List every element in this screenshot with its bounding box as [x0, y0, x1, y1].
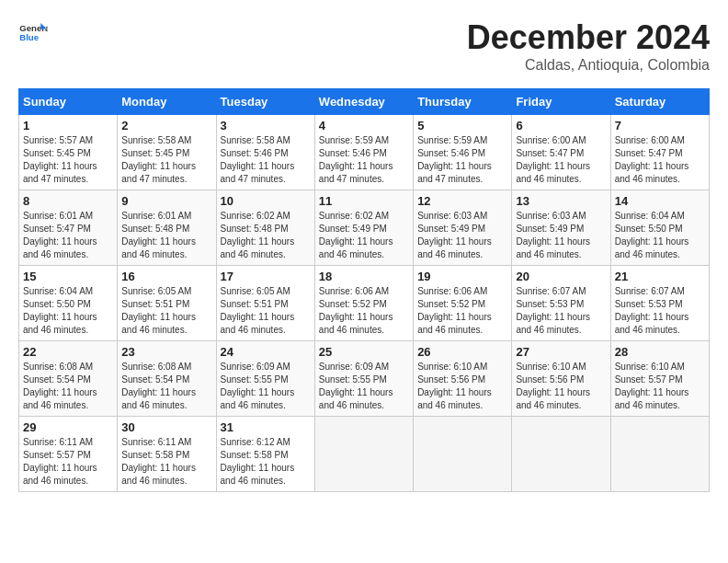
header-tuesday: Tuesday	[216, 89, 314, 115]
calendar-cell: 23Sunrise: 6:08 AM Sunset: 5:54 PM Dayli…	[118, 341, 216, 417]
day-info: Sunrise: 6:08 AM Sunset: 5:54 PM Dayligh…	[23, 361, 113, 412]
calendar-cell: 3Sunrise: 5:58 AM Sunset: 5:46 PM Daylig…	[216, 115, 314, 190]
day-info: Sunrise: 6:05 AM Sunset: 5:51 PM Dayligh…	[121, 285, 211, 337]
calendar-cell: 6Sunrise: 6:00 AM Sunset: 5:47 PM Daylig…	[512, 115, 610, 190]
header-monday: Monday	[118, 89, 216, 115]
day-number: 12	[417, 194, 507, 208]
calendar-cell: 5Sunrise: 5:59 AM Sunset: 5:46 PM Daylig…	[414, 115, 512, 190]
day-info: Sunrise: 6:00 AM Sunset: 5:47 PM Dayligh…	[615, 134, 705, 186]
calendar-cell: 27Sunrise: 6:10 AM Sunset: 5:56 PM Dayli…	[512, 341, 610, 417]
calendar-cell: 22Sunrise: 6:08 AM Sunset: 5:54 PM Dayli…	[19, 341, 118, 417]
calendar-cell: 26Sunrise: 6:10 AM Sunset: 5:56 PM Dayli…	[414, 341, 512, 417]
calendar-cell: 9Sunrise: 6:01 AM Sunset: 5:48 PM Daylig…	[118, 190, 216, 266]
day-info: Sunrise: 6:10 AM Sunset: 5:56 PM Dayligh…	[516, 361, 606, 412]
day-info: Sunrise: 6:11 AM Sunset: 5:57 PM Dayligh…	[23, 436, 113, 488]
day-info: Sunrise: 6:02 AM Sunset: 5:49 PM Dayligh…	[319, 210, 409, 261]
day-info: Sunrise: 6:06 AM Sunset: 5:52 PM Dayligh…	[319, 285, 409, 337]
day-info: Sunrise: 5:59 AM Sunset: 5:46 PM Dayligh…	[417, 134, 507, 186]
day-number: 26	[417, 345, 507, 359]
day-number: 20	[516, 270, 606, 283]
calendar-cell	[314, 417, 413, 492]
calendar-cell: 30Sunrise: 6:11 AM Sunset: 5:58 PM Dayli…	[118, 417, 216, 492]
calendar-cell: 31Sunrise: 6:12 AM Sunset: 5:58 PM Dayli…	[216, 417, 314, 492]
calendar-body: 1Sunrise: 5:57 AM Sunset: 5:45 PM Daylig…	[19, 115, 710, 492]
day-number: 8	[23, 194, 113, 208]
day-number: 24	[221, 345, 311, 359]
page-header: General Blue December 2024 Caldas, Antio…	[18, 18, 710, 74]
calendar-cell: 11Sunrise: 6:02 AM Sunset: 5:49 PM Dayli…	[314, 190, 413, 266]
day-info: Sunrise: 6:05 AM Sunset: 5:51 PM Dayligh…	[221, 285, 311, 337]
table-row: 1Sunrise: 5:57 AM Sunset: 5:45 PM Daylig…	[19, 115, 710, 190]
header-thursday: Thursday	[414, 89, 512, 115]
calendar-cell: 15Sunrise: 6:04 AM Sunset: 5:50 PM Dayli…	[19, 266, 118, 341]
calendar-cell: 13Sunrise: 6:03 AM Sunset: 5:49 PM Dayli…	[512, 190, 610, 266]
day-info: Sunrise: 6:07 AM Sunset: 5:53 PM Dayligh…	[615, 285, 705, 337]
day-info: Sunrise: 6:03 AM Sunset: 5:49 PM Dayligh…	[516, 210, 606, 261]
calendar-cell: 17Sunrise: 6:05 AM Sunset: 5:51 PM Dayli…	[216, 266, 314, 341]
day-info: Sunrise: 5:57 AM Sunset: 5:45 PM Dayligh…	[23, 134, 113, 186]
day-number: 9	[121, 194, 211, 208]
day-number: 5	[417, 119, 507, 132]
header-friday: Friday	[512, 89, 610, 115]
calendar-cell: 20Sunrise: 6:07 AM Sunset: 5:53 PM Dayli…	[512, 266, 610, 341]
day-info: Sunrise: 5:58 AM Sunset: 5:45 PM Dayligh…	[121, 134, 211, 186]
calendar-cell: 19Sunrise: 6:06 AM Sunset: 5:52 PM Dayli…	[414, 266, 512, 341]
calendar-cell: 29Sunrise: 6:11 AM Sunset: 5:57 PM Dayli…	[19, 417, 118, 492]
day-info: Sunrise: 6:02 AM Sunset: 5:48 PM Dayligh…	[221, 210, 311, 261]
day-number: 6	[516, 119, 606, 132]
svg-text:Blue: Blue	[19, 32, 39, 42]
day-number: 22	[23, 345, 113, 359]
day-number: 29	[23, 420, 113, 434]
day-number: 3	[221, 119, 311, 132]
logo: General Blue	[18, 18, 48, 48]
day-number: 16	[121, 270, 211, 283]
day-number: 4	[319, 119, 409, 132]
day-number: 10	[221, 194, 311, 208]
day-number: 17	[221, 270, 311, 283]
day-number: 25	[319, 345, 409, 359]
calendar-cell: 10Sunrise: 6:02 AM Sunset: 5:48 PM Dayli…	[216, 190, 314, 266]
day-number: 21	[615, 270, 705, 283]
calendar-cell: 7Sunrise: 6:00 AM Sunset: 5:47 PM Daylig…	[610, 115, 709, 190]
day-info: Sunrise: 5:59 AM Sunset: 5:46 PM Dayligh…	[319, 134, 409, 186]
title-area: December 2024 Caldas, Antioquia, Colombi…	[467, 18, 710, 74]
calendar-cell: 25Sunrise: 6:09 AM Sunset: 5:55 PM Dayli…	[314, 341, 413, 417]
calendar-table: Sunday Monday Tuesday Wednesday Thursday…	[18, 88, 710, 492]
day-info: Sunrise: 6:01 AM Sunset: 5:47 PM Dayligh…	[23, 210, 113, 261]
calendar-cell	[512, 417, 610, 492]
day-info: Sunrise: 6:09 AM Sunset: 5:55 PM Dayligh…	[319, 361, 409, 412]
day-info: Sunrise: 6:06 AM Sunset: 5:52 PM Dayligh…	[417, 285, 507, 337]
day-info: Sunrise: 6:00 AM Sunset: 5:47 PM Dayligh…	[516, 134, 606, 186]
calendar-cell: 14Sunrise: 6:04 AM Sunset: 5:50 PM Dayli…	[610, 190, 709, 266]
day-number: 23	[121, 345, 211, 359]
day-number: 31	[221, 420, 311, 434]
day-number: 27	[516, 345, 606, 359]
day-number: 14	[615, 194, 705, 208]
header-wednesday: Wednesday	[314, 89, 413, 115]
day-number: 1	[23, 119, 113, 132]
calendar-cell: 4Sunrise: 5:59 AM Sunset: 5:46 PM Daylig…	[314, 115, 413, 190]
calendar-cell	[610, 417, 709, 492]
day-info: Sunrise: 6:04 AM Sunset: 5:50 PM Dayligh…	[23, 285, 113, 337]
day-number: 7	[615, 119, 705, 132]
calendar-cell: 24Sunrise: 6:09 AM Sunset: 5:55 PM Dayli…	[216, 341, 314, 417]
day-info: Sunrise: 6:07 AM Sunset: 5:53 PM Dayligh…	[516, 285, 606, 337]
calendar-cell: 28Sunrise: 6:10 AM Sunset: 5:57 PM Dayli…	[610, 341, 709, 417]
table-row: 8Sunrise: 6:01 AM Sunset: 5:47 PM Daylig…	[19, 190, 710, 266]
table-row: 29Sunrise: 6:11 AM Sunset: 5:57 PM Dayli…	[19, 417, 710, 492]
day-number: 18	[319, 270, 409, 283]
day-number: 2	[121, 119, 211, 132]
day-info: Sunrise: 6:04 AM Sunset: 5:50 PM Dayligh…	[615, 210, 705, 261]
month-title: December 2024	[467, 18, 710, 57]
day-info: Sunrise: 6:12 AM Sunset: 5:58 PM Dayligh…	[221, 436, 311, 488]
calendar-cell: 1Sunrise: 5:57 AM Sunset: 5:45 PM Daylig…	[19, 115, 118, 190]
days-header-row: Sunday Monday Tuesday Wednesday Thursday…	[19, 89, 710, 115]
calendar-cell: 21Sunrise: 6:07 AM Sunset: 5:53 PM Dayli…	[610, 266, 709, 341]
table-row: 15Sunrise: 6:04 AM Sunset: 5:50 PM Dayli…	[19, 266, 710, 341]
location-title: Caldas, Antioquia, Colombia	[467, 57, 710, 74]
day-info: Sunrise: 5:58 AM Sunset: 5:46 PM Dayligh…	[221, 134, 311, 186]
day-number: 28	[615, 345, 705, 359]
day-number: 13	[516, 194, 606, 208]
day-info: Sunrise: 6:11 AM Sunset: 5:58 PM Dayligh…	[121, 436, 211, 488]
calendar-cell	[414, 417, 512, 492]
